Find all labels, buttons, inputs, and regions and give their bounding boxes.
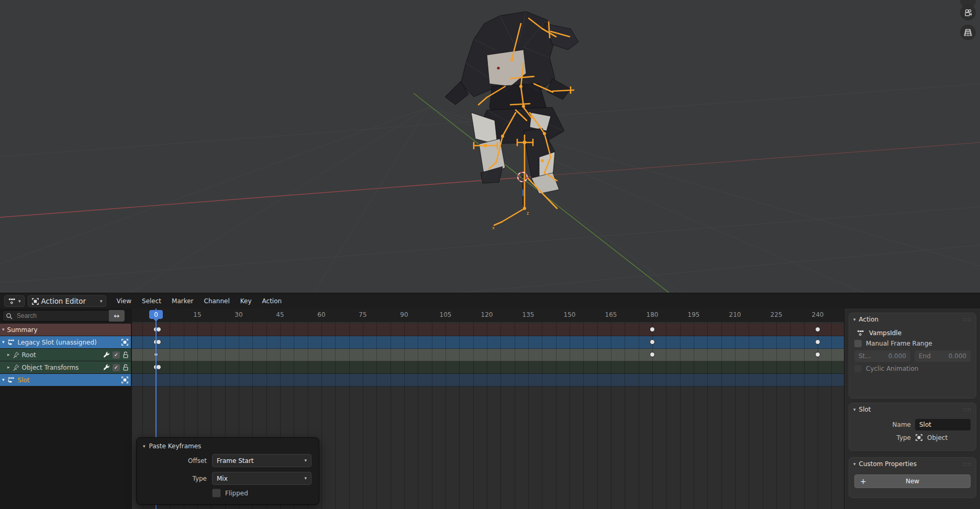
chevron-down-icon: ▾ (18, 299, 21, 304)
mode-selector[interactable]: Action Editor ▾ (28, 295, 106, 307)
keyframe-dot[interactable] (815, 339, 820, 345)
chevron-down-icon: ▾ (2, 327, 5, 332)
search-icon (6, 313, 13, 319)
menu-view[interactable]: View (112, 293, 137, 309)
chevron-down-icon: ▾ (853, 317, 856, 322)
new-property-button[interactable]: + New (854, 474, 971, 488)
type-select[interactable]: Mix ▾ (212, 472, 311, 485)
chevron-down-icon: ▾ (100, 299, 103, 304)
flipped-checkbox[interactable] (212, 489, 221, 497)
menu-channel[interactable]: Channel (199, 293, 235, 309)
plus-icon: + (860, 477, 866, 485)
ruler-tick: 180 (642, 311, 663, 318)
panel-grip[interactable]: :::: (963, 407, 972, 412)
manual-frame-range-checkbox[interactable] (854, 340, 862, 347)
wrench-icon[interactable] (103, 364, 110, 371)
cyclic-row: Cyclic Animation (849, 363, 976, 374)
type-row: Type Mix ▾ (137, 471, 319, 486)
frame-start-field[interactable]: St...0.000 (854, 350, 910, 362)
panel-grip[interactable]: :::: (963, 317, 972, 322)
chevron-right-icon: ▸ (7, 365, 10, 370)
action-panel-header[interactable]: ▾ Action :::: (849, 313, 976, 326)
ruler-tick: 195 (683, 311, 704, 318)
dopesheet-editor-icon (8, 297, 16, 305)
ruler-tick: 15 (187, 311, 208, 318)
ruler-tick: 75 (352, 311, 373, 318)
slot-panel-header[interactable]: ▾ Slot :::: (849, 403, 976, 416)
menu-action[interactable]: Action (257, 293, 287, 309)
arrows-lr-icon: ↔ (114, 312, 120, 320)
keyframe-dot[interactable] (650, 339, 655, 345)
action-icon (856, 329, 865, 337)
ruler-tick: 210 (725, 311, 745, 318)
paste-keyframes-panel: ▾ Paste Keyframes Offset Frame Start ▾ T… (136, 437, 319, 505)
lock-open-icon[interactable] (122, 364, 129, 371)
chevron-down-icon: ▾ (853, 462, 856, 467)
custom-properties-header[interactable]: ▾ Custom Properties :::: (849, 458, 976, 470)
chevron-down-icon: ▾ (143, 444, 146, 449)
channel-root[interactable]: ▸ Root ✓ (0, 349, 131, 361)
slot-type-row: Type Object (849, 432, 976, 443)
checkbox-checked[interactable]: ✓ (113, 364, 120, 371)
action-name-row: VampsIdle (849, 326, 976, 338)
svg-text:x: x (492, 226, 495, 230)
cyclic-animation-checkbox[interactable] (854, 365, 862, 372)
channel-list-panel: ↔ ▾ Summary ▾ Legacy Slot (unassigned) ▸… (0, 308, 132, 509)
chevron-down-icon: ▾ (853, 407, 856, 412)
frame-ruler[interactable]: 0153045607590105120135150165180195210225… (132, 308, 844, 322)
x-axis-line (0, 175, 555, 217)
slot-name-input[interactable]: Slot (915, 419, 971, 430)
ruler-tick: 45 (270, 311, 291, 318)
search-box[interactable] (2, 310, 109, 322)
camera-view-gizmo[interactable] (960, 5, 976, 20)
paste-panel-header[interactable]: ▾ Paste Keyframes (137, 438, 319, 453)
slot-type-value: Object (927, 434, 948, 441)
checkbox-checked[interactable]: ✓ (113, 351, 120, 359)
camera-icon (964, 8, 973, 17)
keyframe-dot[interactable] (815, 352, 820, 357)
channel-object-transforms[interactable]: ▸ Object Transforms ✓ (0, 361, 131, 373)
object-icon (915, 434, 923, 441)
ruler-tick: 105 (435, 311, 456, 318)
object-icon (121, 376, 129, 384)
ruler-tick: 165 (600, 311, 621, 318)
menu-key[interactable]: Key (235, 293, 257, 309)
slot-icon (7, 339, 15, 346)
search-input[interactable] (16, 312, 81, 320)
lock-open-icon[interactable] (122, 351, 129, 359)
offset-row: Offset Frame Start ▾ (137, 453, 319, 468)
keyframe-dot[interactable] (650, 327, 655, 332)
chevron-down-icon: ▾ (2, 378, 5, 382)
chevron-right-icon: ▸ (7, 352, 10, 357)
ruler-tick: 240 (807, 311, 828, 318)
ruler-tick: 135 (518, 311, 539, 318)
grid-toggle-gizmo[interactable] (960, 25, 976, 40)
manual-frame-range-row: Manual Frame Range (849, 338, 976, 349)
mode-label: Action Editor (41, 297, 86, 305)
panel-grip[interactable]: :::: (963, 461, 972, 467)
slot-name-row: Name Slot (849, 416, 976, 432)
3d-viewport[interactable]: x z (0, 0, 980, 293)
search-expand-button[interactable]: ↔ (109, 310, 125, 322)
ruler-tick: 30 (228, 311, 249, 318)
slot-icon (7, 377, 15, 383)
keyframe-dot[interactable] (815, 327, 820, 332)
menu-marker[interactable]: Marker (166, 293, 198, 309)
channel-search-row: ↔ (2, 310, 125, 322)
channel-slot[interactable]: ▾ Slot (0, 374, 131, 386)
channel-summary[interactable]: ▾ Summary (0, 324, 131, 336)
offset-select[interactable]: Frame Start ▾ (212, 454, 311, 467)
editor-type-dropdown[interactable]: ▾ (4, 295, 25, 307)
wrench-icon[interactable] (103, 351, 110, 359)
keyframe-dot[interactable] (650, 352, 655, 357)
menu-bar: View Select Marker Channel Key Action (112, 293, 287, 309)
viewport-scene: x z (0, 0, 980, 293)
channel-legacy-slot[interactable]: ▾ Legacy Slot (unassigned) (0, 336, 131, 348)
current-frame-indicator[interactable]: 0 (149, 310, 163, 319)
menu-select[interactable]: Select (137, 293, 166, 309)
ruler-tick: 150 (559, 311, 580, 318)
object-icon (121, 338, 129, 346)
frame-end-field[interactable]: End0.000 (915, 350, 971, 362)
chevron-down-icon: ▾ (304, 476, 307, 481)
flipped-row: Flipped (137, 486, 319, 497)
